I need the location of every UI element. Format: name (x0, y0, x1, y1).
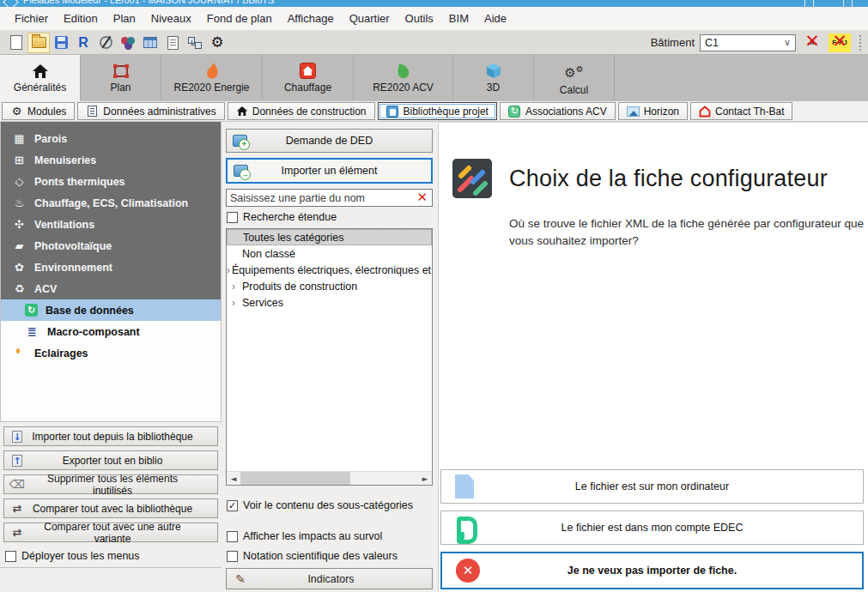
thermal-bridge-icon: ◇ (12, 176, 27, 187)
tab-generalites[interactable]: Généralités (0, 55, 81, 101)
sidebar-item-macro-composant[interactable]: ≣Macro-composant (1, 321, 221, 342)
settings-button[interactable]: ⚙ (206, 33, 228, 53)
menu-fichier[interactable]: Fichier (7, 9, 56, 28)
menu-quartier[interactable]: Quartier (342, 9, 398, 28)
menu-affichage[interactable]: Affichage (280, 9, 342, 28)
checkbox-unchecked (227, 551, 238, 562)
open-file-button[interactable] (27, 33, 50, 53)
scroll-left-icon[interactable]: ◄ (227, 474, 240, 483)
sidebar-item-base-de-donnees[interactable]: ↻Base de données (1, 299, 221, 321)
category-toutes-les-categories[interactable]: Toutes les catégories (227, 229, 432, 245)
sidebar-item-chauffage-ecs-climatisation[interactable]: ♨Chauffage, ECS, Climatisation (1, 192, 221, 214)
sidebar-item-environnement[interactable]: ✿Environnement (1, 257, 221, 278)
solar-panel-icon: ▰ (12, 240, 27, 251)
tab-3d[interactable]: 3D (453, 55, 534, 101)
share-button[interactable] (184, 33, 206, 53)
table-button[interactable] (139, 33, 161, 53)
new-file-button[interactable] (5, 33, 27, 53)
import-all-from-library-button[interactable]: ↓ Importer tout depuis la bibliothèque (3, 426, 218, 446)
bulb-icon (12, 347, 27, 359)
measure-button[interactable] (94, 33, 117, 53)
subtab-bibliotheque-projet[interactable]: Bibliothèque projet (378, 102, 497, 120)
acv-swirl-icon: ↻ (25, 304, 38, 317)
expander-icon[interactable]: › (227, 297, 240, 309)
tab-calcul[interactable]: ⚙⚙ Calcul (534, 55, 615, 101)
show-subcategory-content-checkbox[interactable]: ✓ Voir le contenu des sous-catégories (227, 499, 433, 511)
menu-aide[interactable]: Aide (476, 9, 514, 28)
menu-plan[interactable]: Plan (106, 9, 143, 28)
sidebar-item-eclairages[interactable]: Eclairages (1, 342, 221, 364)
sidebar-item-ventilations[interactable]: ✣Ventilations (1, 214, 221, 235)
report-button[interactable] (161, 33, 184, 53)
extended-search-checkbox[interactable]: Recherche étendue (227, 211, 433, 223)
section-x-toggle-disabled[interactable]: -X- (801, 33, 823, 52)
sidebar-item-parois[interactable]: ▦Parois (1, 128, 221, 149)
expander-icon[interactable]: › (227, 281, 240, 293)
subtab-modules[interactable]: ⚙ Modules (2, 102, 75, 120)
menu-niveaux[interactable]: Niveaux (143, 9, 199, 28)
subtab-contact-th-bat[interactable]: Contact Th-Bat (690, 102, 792, 120)
menu-fond-de-plan[interactable]: Fond de plan (199, 9, 280, 28)
section-fpj-toggle-disabled[interactable]: F-PJ (829, 33, 851, 52)
checkbox-unchecked (227, 212, 238, 223)
sidebar-item-acv[interactable]: ♻ACV (1, 278, 221, 299)
cancel-circle-icon: ✕ (456, 559, 480, 583)
sidebar-item-ponts-thermiques[interactable]: ◇Ponts thermiques (1, 171, 221, 192)
scrollbar-thumb[interactable] (240, 472, 350, 485)
subtab-associations-acv[interactable]: ↻ Associations ACV (500, 102, 616, 120)
category-tree: Toutes les catégories Non classé ›Équipe… (226, 228, 433, 486)
subtab-donnees-construction[interactable]: Données de construction (228, 102, 375, 120)
package-plus-icon (233, 135, 247, 147)
close-button[interactable] (843, 0, 853, 7)
show-impacts-on-hover-checkbox[interactable]: Afficher les impacts au survol (227, 530, 433, 542)
sub-tab-bar: ⚙ Modules Données administratives Donnée… (0, 101, 868, 122)
eraser-icon: ⌫ (4, 478, 30, 491)
category-produits-de-construction[interactable]: ›Produits de construction (227, 278, 432, 294)
checkbox-unchecked (5, 551, 16, 562)
link-button[interactable] (117, 33, 139, 53)
revit-import-button[interactable]: R (72, 33, 94, 53)
option-file-in-edec-account[interactable]: Le fichier est dans mon compte EDEC (440, 510, 864, 545)
toolbar-grip-handle[interactable] (859, 35, 863, 51)
compare-all-with-variant-button[interactable]: ⇄ Comparer tout avec une autre variante (3, 523, 218, 542)
home-icon (32, 63, 49, 79)
edec-logo-icon (455, 516, 477, 540)
option-no-import[interactable]: ✕ Je ne veux pas importer de fiche. (440, 552, 864, 589)
search-input[interactable] (227, 192, 412, 204)
category-non-classe[interactable]: Non classé (227, 245, 432, 262)
horizontal-scrollbar[interactable]: ◄ ► (227, 471, 432, 485)
tab-re2020-energie[interactable]: RE2020 Energie (161, 55, 263, 101)
option-file-on-computer[interactable]: Le fichier est sur mon ordinateur (440, 469, 864, 504)
menu-bim[interactable]: BIM (441, 9, 476, 28)
tab-re2020-acv[interactable]: RE2020 ACV (354, 55, 453, 101)
maximize-button[interactable] (804, 0, 814, 7)
tab-plan[interactable]: Plan (81, 55, 161, 101)
sidebar-category-tree: ▦Parois ⊞Menuiseries ◇Ponts thermiques ♨… (0, 122, 222, 422)
compare-all-with-library-button[interactable]: ⇄ Comparer tout avec la bibliothèque (3, 498, 218, 518)
gears-icon: ⚙⚙ (564, 61, 583, 82)
sidebar-item-menuiseries[interactable]: ⊞Menuiseries (1, 149, 221, 171)
indicators-button[interactable]: ✎ Indicators (226, 568, 433, 589)
deploy-all-menus-checkbox[interactable]: Déployer tous les menus (0, 547, 222, 568)
package-import-icon (234, 165, 248, 177)
export-all-to-library-button[interactable]: ↑ Exporter tout en biblio (3, 450, 218, 470)
delete-unused-elements-button[interactable]: ⌫ Supprimer tous les éléments inutilisés (3, 474, 218, 494)
scroll-right-icon[interactable]: ► (418, 474, 432, 483)
tab-chauffage[interactable]: Chauffage (263, 55, 354, 101)
library-icon (386, 105, 399, 118)
menu-edition[interactable]: Edition (56, 9, 106, 28)
importer-un-element-button[interactable]: Importer un élément (226, 158, 433, 184)
layers-icon: ≣ (25, 326, 39, 337)
subtab-donnees-administratives[interactable]: Données administratives (77, 102, 224, 120)
menu-outils[interactable]: Outils (398, 9, 441, 28)
save-button[interactable] (50, 33, 72, 53)
category-equipements-electriques[interactable]: ›Équipements électriques, électroniques … (227, 262, 432, 278)
batiment-select[interactable]: C1 ∨ (700, 34, 796, 51)
scientific-notation-checkbox[interactable]: Notation scientifique des valeurs (227, 550, 433, 562)
demande-de-ded-button[interactable]: Demande de DED (226, 129, 433, 153)
new-file-icon (10, 35, 22, 50)
sidebar-item-photovoltaique[interactable]: ▰Photovoltaïque (1, 235, 221, 257)
category-services[interactable]: ›Services (227, 294, 432, 311)
clear-search-icon[interactable]: ✕ (412, 191, 432, 204)
subtab-horizon[interactable]: Horizon (618, 102, 688, 120)
